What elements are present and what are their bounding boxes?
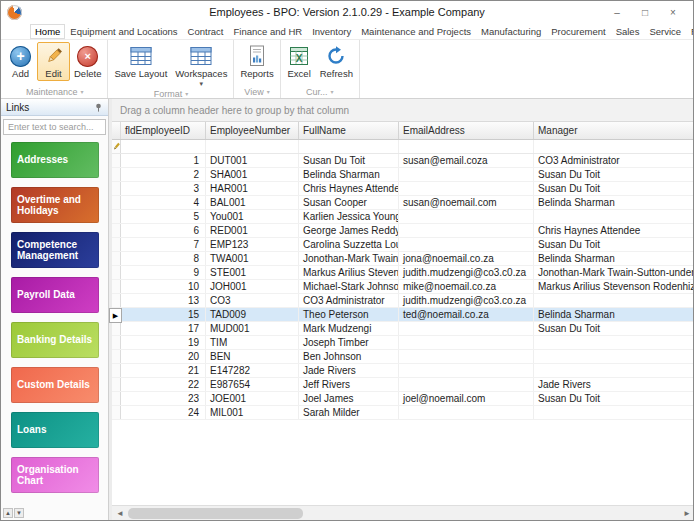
close-icon[interactable]: ×	[659, 3, 687, 21]
grid-row[interactable]: 22E987654Jeff RiversJade Rivers	[112, 378, 694, 392]
cell-fldemployeeid[interactable]: 7	[121, 238, 206, 251]
sidebar-item-payroll-data[interactable]: Payroll Data	[11, 277, 99, 313]
sidebar-item-competence-management[interactable]: Competence Management	[11, 232, 99, 268]
cell-employeenumber[interactable]: JOE001	[206, 392, 299, 405]
cell-employeenumber[interactable]: BEN	[206, 350, 299, 363]
auto-filter-row[interactable]	[112, 140, 694, 154]
horizontal-scrollbar[interactable]: ◄ ►	[112, 505, 694, 520]
cell-employeenumber[interactable]: TIM	[206, 336, 299, 349]
cell-manager[interactable]	[534, 294, 694, 307]
cell-fldemployeeid[interactable]: 8	[121, 252, 206, 265]
scrollbar-thumb[interactable]	[128, 508, 303, 519]
cell-manager[interactable]: Markus Arilius Stevenson Rodenhizer Toml…	[534, 280, 694, 293]
cell-fldemployeeid[interactable]: 3	[121, 182, 206, 195]
cell-emailaddress[interactable]	[399, 378, 534, 391]
grid-row[interactable]: 8TWA001Jonothan-Mark Twain-Sut...jona@no…	[112, 252, 694, 266]
cell-fldemployeeid[interactable]: 13	[121, 294, 206, 307]
grid-row[interactable]: 4BAL001Susan Coopersusan@noemail.comBeli…	[112, 196, 694, 210]
pin-icon[interactable]	[94, 103, 103, 112]
cell-fullname[interactable]: Jade Rivers	[299, 364, 399, 377]
cell-employeenumber[interactable]: HAR001	[206, 182, 299, 195]
cell-manager[interactable]: Susan Du Toit	[534, 182, 694, 195]
cell-employeenumber[interactable]: E147282	[206, 364, 299, 377]
cell-manager[interactable]: Belinda Sharman	[534, 196, 694, 209]
cell-emailaddress[interactable]	[399, 350, 534, 363]
grid-row[interactable]: 15TAD009Theo Petersonted@noemail.co.zaBe…	[112, 308, 694, 322]
cell-manager[interactable]: Chris Haynes Attendee	[534, 224, 694, 237]
cell-employeenumber[interactable]: JOH001	[206, 280, 299, 293]
tab-equipment-and-locations[interactable]: Equipment and Locations	[65, 24, 182, 39]
cell-fldemployeeid[interactable]: 21	[121, 364, 206, 377]
grid-row[interactable]: 17MUD001Mark MudzengiSusan Du Toit	[112, 322, 694, 336]
cell-manager[interactable]: Jonothan-Mark Twain-Sutton-under-Whitest…	[534, 266, 694, 279]
tab-procurement[interactable]: Procurement	[546, 24, 610, 39]
filter-cell-employeenumber[interactable]	[206, 140, 299, 153]
cell-emailaddress[interactable]	[399, 210, 534, 223]
grid-row[interactable]: 9STE001Markus Arilius Stevenson ...judit…	[112, 266, 694, 280]
cell-manager[interactable]: Belinda Sharman	[534, 252, 694, 265]
cell-emailaddress[interactable]: judith.mudzengi@co3.c0.za	[399, 266, 534, 279]
grid-row[interactable]: 24MIL001Sarah Milder	[112, 406, 694, 420]
grid-row[interactable]: 1DUT001Susan Du Toitsusan@email.cozaCO3 …	[112, 154, 694, 168]
cell-fldemployeeid[interactable]: 2	[121, 168, 206, 181]
cell-manager[interactable]: Belinda Sharman	[534, 308, 694, 321]
cell-employeenumber[interactable]: RED001	[206, 224, 299, 237]
cell-employeenumber[interactable]: You001	[206, 210, 299, 223]
cell-fullname[interactable]: Jeff Rivers	[299, 378, 399, 391]
cell-employeenumber[interactable]: TWA001	[206, 252, 299, 265]
tab-home[interactable]: Home	[30, 24, 65, 39]
grid-row[interactable]: 19TIMJoseph Timber	[112, 336, 694, 350]
cell-employeenumber[interactable]: TAD009	[206, 308, 299, 321]
cell-fullname[interactable]: Jonothan-Mark Twain-Sut...	[299, 252, 399, 265]
grid-row[interactable]: 23JOE001Joel Jamesjoel@noemail.comSusan …	[112, 392, 694, 406]
cell-fldemployeeid[interactable]: 15	[121, 308, 206, 321]
cell-manager[interactable]	[534, 364, 694, 377]
cell-fullname[interactable]: Theo Peterson	[299, 308, 399, 321]
scroll-down-icon[interactable]: ▼	[14, 508, 24, 518]
cell-emailaddress[interactable]	[399, 336, 534, 349]
cell-manager[interactable]: Susan Du Toit	[534, 238, 694, 251]
cell-employeenumber[interactable]: EMP123	[206, 238, 299, 251]
cell-fldemployeeid[interactable]: 1	[121, 154, 206, 167]
cell-fldemployeeid[interactable]: 5	[121, 210, 206, 223]
cell-fldemployeeid[interactable]: 17	[121, 322, 206, 335]
cell-employeenumber[interactable]: DUT001	[206, 154, 299, 167]
filter-cell-manager[interactable]	[534, 140, 694, 153]
cell-emailaddress[interactable]	[399, 224, 534, 237]
cell-emailaddress[interactable]	[399, 364, 534, 377]
cell-fullname[interactable]: Sarah Milder	[299, 406, 399, 419]
cell-manager[interactable]: Susan Du Toit	[534, 168, 694, 181]
cell-fullname[interactable]: Markus Arilius Stevenson ...	[299, 266, 399, 279]
cell-fldemployeeid[interactable]: 23	[121, 392, 206, 405]
cell-fullname[interactable]: Karlien Jessica Young Dun...	[299, 210, 399, 223]
ribbon-button-save-layout[interactable]: Save Layout	[110, 42, 171, 81]
sidebar-item-organisation-chart[interactable]: Organisation Chart	[11, 457, 99, 493]
tab-maintenance-and-projects[interactable]: Maintenance and Projects	[356, 24, 476, 39]
cell-fullname[interactable]: Joseph Timber	[299, 336, 399, 349]
ribbon-button-add[interactable]: +Add	[4, 42, 37, 81]
cell-fullname[interactable]: George James Reddy Jef...	[299, 224, 399, 237]
cell-emailaddress[interactable]: susan@noemail.com	[399, 196, 534, 209]
grid-row[interactable]: 13CO3CO3 Administratorjudith.mudzengi@co…	[112, 294, 694, 308]
column-header-fldemployeeid[interactable]: fldEmployeeID	[121, 122, 206, 139]
column-header-emailaddress[interactable]: EmailAddress	[399, 122, 534, 139]
cell-employeenumber[interactable]: BAL001	[206, 196, 299, 209]
cell-fullname[interactable]: Joel James	[299, 392, 399, 405]
cell-fullname[interactable]: Michael-Stark Johnson St...	[299, 280, 399, 293]
ribbon-button-delete[interactable]: ×Delete	[70, 42, 105, 81]
cell-employeenumber[interactable]: MUD001	[206, 322, 299, 335]
cell-employeenumber[interactable]: STE001	[206, 266, 299, 279]
cell-fullname[interactable]: CO3 Administrator	[299, 294, 399, 307]
sidebar-item-custom-details[interactable]: Custom Details	[11, 367, 99, 403]
grid-row[interactable]: 5You001Karlien Jessica Young Dun...	[112, 210, 694, 224]
cell-fullname[interactable]: Carolina Suzzetta Lourens...	[299, 238, 399, 251]
sidebar-item-loans[interactable]: Loans	[11, 412, 99, 448]
column-header-manager[interactable]: Manager	[534, 122, 694, 139]
cell-manager[interactable]	[534, 210, 694, 223]
cell-manager[interactable]: Jade Rivers	[534, 378, 694, 391]
filter-cell-fldemployeeid[interactable]	[121, 140, 206, 153]
cell-emailaddress[interactable]: jona@noemail.co.za	[399, 252, 534, 265]
scroll-right-icon[interactable]: ►	[679, 506, 694, 521]
cell-manager[interactable]	[534, 336, 694, 349]
cell-emailaddress[interactable]	[399, 322, 534, 335]
